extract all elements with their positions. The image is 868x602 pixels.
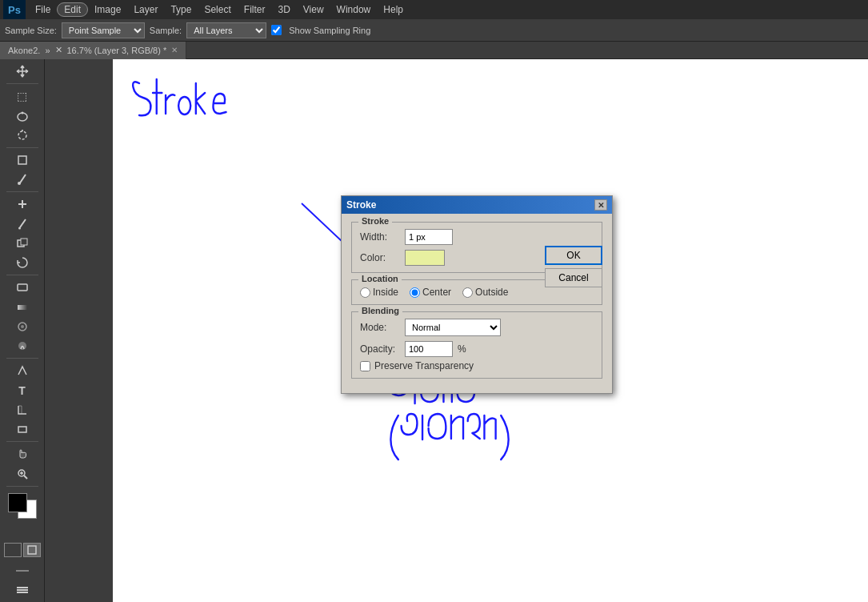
- toolbar: ⬚: [0, 59, 45, 602]
- pen-tool[interactable]: [3, 362, 42, 379]
- screen-mode-btn[interactable]: [23, 543, 41, 557]
- inside-radio[interactable]: [360, 287, 370, 298]
- width-label: Width:: [360, 231, 400, 243]
- svg-rect-28: [17, 592, 28, 593]
- foreground-color[interactable]: [8, 493, 27, 512]
- tool-sep-4: [6, 275, 38, 275]
- heal-tool[interactable]: [3, 195, 42, 213]
- gradient-tool[interactable]: [3, 299, 42, 316]
- width-row: Width:: [360, 229, 594, 245]
- center-option[interactable]: Center: [410, 287, 451, 298]
- menu-layer[interactable]: Layer: [127, 2, 164, 17]
- quick-select-tool[interactable]: [3, 126, 42, 144]
- blur-tool[interactable]: [3, 318, 42, 335]
- opacity-row: Opacity: %: [360, 341, 594, 357]
- tab-akone2[interactable]: Akone2. » ✕ 16.7% (Layer 3, RGB/8) * ✕: [0, 42, 186, 59]
- menu-image[interactable]: Image: [88, 2, 127, 17]
- blending-group-label: Blending: [358, 306, 402, 315]
- svg-point-6: [18, 182, 21, 185]
- dialog-close-button[interactable]: ✕: [594, 199, 607, 211]
- width-input[interactable]: [405, 229, 453, 245]
- color-swatch[interactable]: [405, 250, 445, 266]
- svg-rect-26: [17, 587, 28, 588]
- sample-select[interactable]: All Layers Current Layer: [186, 22, 266, 38]
- path-select-tool[interactable]: [3, 401, 42, 419]
- move-tool[interactable]: [3, 62, 42, 80]
- mode-select[interactable]: Normal Dissolve Multiply Screen: [405, 319, 501, 336]
- zoom-tool[interactable]: [3, 465, 42, 483]
- canvas-area: Stroke ✕ Stroke Width: Color:: [45, 59, 868, 602]
- crop-tool[interactable]: [3, 151, 42, 169]
- brush-tool[interactable]: [3, 215, 42, 233]
- tab-layer3-label: 16.7% (Layer 3, RGB/8) *: [67, 46, 167, 55]
- opacity-input[interactable]: [405, 341, 453, 357]
- mode-label: Mode:: [360, 322, 400, 333]
- menu-type[interactable]: Type: [164, 2, 198, 17]
- dodge-tool[interactable]: [3, 337, 42, 355]
- color-label: Color:: [360, 252, 400, 263]
- inside-option[interactable]: Inside: [360, 287, 398, 298]
- menu-select[interactable]: Select: [198, 2, 237, 17]
- svg-point-29: [178, 97, 190, 114]
- dialog-buttons: OK Cancel: [545, 246, 602, 287]
- shape-tool[interactable]: [3, 420, 42, 438]
- menu-bar: Ps File Edit Image Layer Type Select Fil…: [0, 0, 868, 19]
- menu-filter[interactable]: Filter: [238, 2, 272, 17]
- panel-toggle[interactable]: [3, 581, 42, 599]
- menu-help[interactable]: Help: [377, 2, 410, 17]
- menu-view[interactable]: View: [297, 2, 330, 17]
- svg-point-16: [21, 325, 24, 328]
- tool-sep-7: [6, 486, 38, 487]
- svg-rect-4: [18, 156, 26, 164]
- location-radio-group: Inside Center Outside: [360, 287, 594, 298]
- center-radio[interactable]: [410, 287, 420, 298]
- history-tool[interactable]: [3, 254, 42, 271]
- menu-3d[interactable]: 3D: [271, 2, 296, 17]
- type-tool[interactable]: T: [3, 382, 42, 399]
- sample-label: Sample:: [150, 26, 182, 35]
- outside-option[interactable]: Outside: [462, 287, 508, 298]
- main-area: ⬚: [0, 59, 868, 602]
- stroke-group-label: Stroke: [358, 216, 392, 226]
- stroke-dialog: Stroke ✕ Stroke Width: Color:: [341, 195, 613, 394]
- quick-mask-btn[interactable]: [4, 543, 22, 557]
- svg-rect-12: [21, 239, 27, 245]
- eyedropper-tool[interactable]: [3, 171, 42, 188]
- svg-line-9: [20, 219, 26, 227]
- outside-radio[interactable]: [462, 287, 473, 298]
- menu-window[interactable]: Window: [330, 2, 378, 17]
- preserve-transparency-row: Preserve Transparency: [360, 360, 594, 371]
- hand-tool[interactable]: [3, 445, 42, 463]
- location-group-label: Location: [358, 274, 402, 283]
- tool-sep-6: [6, 441, 38, 442]
- menu-edit[interactable]: Edit: [57, 2, 88, 17]
- opacity-label: Opacity:: [360, 343, 400, 355]
- eraser-tool[interactable]: [3, 279, 42, 296]
- svg-point-1: [21, 111, 23, 114]
- show-sampling-ring-label: Show Sampling Ring: [289, 26, 370, 35]
- options-bar: Sample Size: Point Sample 3 by 3 Average…: [0, 19, 868, 42]
- clone-tool[interactable]: [3, 235, 42, 252]
- tool-sep-5: [6, 358, 38, 359]
- svg-rect-27: [17, 589, 28, 591]
- app-logo: Ps: [3, 0, 26, 19]
- sample-size-select[interactable]: Point Sample 3 by 3 Average: [62, 22, 145, 38]
- opacity-unit: %: [458, 343, 466, 355]
- dialog-titlebar: Stroke ✕: [342, 196, 612, 214]
- blending-group: Blending Mode: Normal Dissolve Multiply …: [351, 311, 602, 379]
- color-picker[interactable]: [6, 493, 38, 516]
- show-sampling-ring-checkbox[interactable]: [271, 25, 282, 35]
- cancel-button[interactable]: Cancel: [545, 268, 602, 287]
- tab-close-icon[interactable]: ✕: [171, 46, 178, 54]
- svg-rect-14: [18, 305, 27, 310]
- ok-button[interactable]: OK: [545, 246, 602, 265]
- lasso-tool[interactable]: [3, 106, 42, 124]
- svg-rect-18: [18, 427, 26, 432]
- preserve-transparency-checkbox[interactable]: [360, 361, 370, 371]
- svg-line-20: [24, 476, 27, 479]
- extras-toggle[interactable]: »: [3, 562, 42, 580]
- svg-rect-23: [28, 546, 36, 554]
- tool-sep-2: [6, 147, 38, 148]
- menu-file[interactable]: File: [29, 2, 57, 17]
- marquee-tool[interactable]: ⬚: [3, 87, 42, 105]
